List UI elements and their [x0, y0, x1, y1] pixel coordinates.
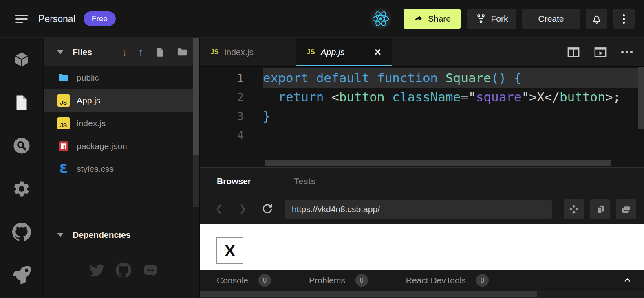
dependencies-section: Dependencies	[44, 221, 199, 248]
browser-panel-tabs: Browser Tests	[200, 168, 644, 195]
preview-settings-button[interactable]	[564, 199, 584, 219]
social-links	[44, 263, 199, 278]
activity-bar	[0, 38, 44, 298]
editor-tab-label: App.js	[321, 47, 344, 57]
code-line[interactable]: 4	[200, 126, 644, 145]
file-row[interactable]: 3 styles.css	[44, 158, 199, 180]
twitter-icon[interactable]	[90, 263, 104, 278]
kebab-icon	[623, 14, 625, 16]
browser-panel: Browser Tests https://vkd4n8.csb.app/	[200, 167, 644, 298]
console-panel-tab[interactable]: Problems 0	[309, 274, 368, 287]
browser-scrollbar-thumb[interactable]	[200, 291, 537, 297]
console-tab-label: Problems	[309, 276, 345, 285]
discord-icon[interactable]	[143, 263, 158, 278]
square-button[interactable]: X	[216, 237, 243, 264]
browser-scrollbar-track[interactable]	[200, 291, 644, 298]
explorer-file-icon[interactable]	[12, 93, 31, 112]
top-header: Personal Free Share Fork	[0, 0, 644, 38]
notifications-button[interactable]	[586, 9, 607, 29]
settings-gear-icon[interactable]	[12, 180, 31, 198]
collapse-caret-icon[interactable]	[57, 50, 64, 54]
console-panel-tab[interactable]: Console 0	[217, 274, 271, 287]
code-editor[interactable]: 1 export default function Square() { 2 r…	[200, 67, 644, 167]
workspace-name[interactable]: Personal	[38, 13, 75, 24]
files-scrollbar-track[interactable]	[193, 155, 199, 207]
open-new-window-button[interactable]	[616, 199, 636, 219]
editor-tab-actions	[567, 38, 644, 66]
code-line[interactable]: 1 export default function Square() {	[200, 68, 644, 88]
url-bar[interactable]: https://vkd4n8.csb.app/	[285, 200, 552, 219]
editor-more-icon[interactable]	[621, 51, 633, 53]
editor-vscrollbar-thumb[interactable]	[638, 67, 644, 129]
share-arrow-icon	[413, 14, 423, 24]
files-scrollbar-thumb[interactable]	[193, 38, 199, 155]
react-atom-icon	[372, 10, 390, 28]
editor-tabbar: JS index.js JS App.js ×	[200, 38, 644, 67]
forward-icon[interactable]	[238, 203, 247, 215]
count-badge: 0	[476, 274, 489, 287]
dependencies-header[interactable]: Dependencies	[44, 221, 199, 248]
more-options-button[interactable]	[613, 9, 635, 29]
file-tree: public JS App.js JS index.js package.jso…	[44, 66, 199, 180]
file-name: App.js	[77, 96, 100, 105]
code-line[interactable]: 2 return <button className="square">X</b…	[200, 88, 644, 107]
react-logo	[370, 8, 391, 29]
search-icon[interactable]	[12, 136, 31, 155]
fork-icon	[476, 13, 486, 24]
file-name: styles.css	[77, 164, 114, 174]
line-number: 3	[200, 107, 244, 126]
file-name: package.json	[77, 141, 127, 151]
refresh-icon[interactable]	[261, 203, 274, 216]
code-text: }	[263, 107, 644, 126]
collapse-caret-icon[interactable]	[57, 233, 64, 237]
editor-tab[interactable]: JS App.js ×	[296, 38, 392, 66]
responsive-mode-button[interactable]	[590, 199, 610, 219]
github-icon[interactable]	[116, 263, 131, 278]
bell-icon	[591, 13, 602, 24]
javascript-icon: JS	[307, 48, 315, 56]
line-number: 4	[200, 126, 244, 145]
browser-nav-row: https://vkd4n8.csb.app/	[200, 195, 644, 224]
editor-tab[interactable]: JS index.js	[200, 38, 296, 66]
file-row[interactable]: JS index.js	[44, 112, 199, 135]
file-row[interactable]: package.json	[44, 135, 199, 158]
editor-hscrollbar-thumb[interactable]	[265, 160, 611, 166]
download-icon[interactable]: ↓	[121, 47, 127, 58]
console-panel-tab[interactable]: React DevTools 0	[406, 274, 489, 287]
console-tab-label: Console	[217, 276, 248, 285]
code-text: export default function Square() {	[263, 68, 644, 88]
dependencies-title: Dependencies	[73, 230, 130, 240]
javascript-icon: JS	[57, 94, 70, 107]
split-view-icon[interactable]	[567, 47, 580, 57]
chevron-up-icon[interactable]	[623, 276, 632, 286]
new-folder-icon[interactable]	[176, 46, 188, 58]
url-text: https://vkd4n8.csb.app/	[292, 204, 380, 214]
new-file-icon[interactable]	[154, 46, 165, 58]
rocket-icon[interactable]	[12, 266, 31, 285]
browser-panel-tab[interactable]: Browser	[217, 176, 251, 186]
fork-button[interactable]: Fork	[467, 9, 516, 29]
sandbox-cube-icon[interactable]	[12, 50, 31, 69]
file-row[interactable]: JS App.js	[44, 89, 199, 112]
share-button[interactable]: Share	[404, 9, 461, 29]
files-panel-title: Files	[73, 47, 92, 57]
create-label: Create	[538, 14, 564, 24]
file-row[interactable]: public	[44, 66, 199, 89]
menu-icon[interactable]	[15, 15, 28, 23]
browser-preview: X	[200, 224, 644, 270]
upload-icon[interactable]: ↑	[138, 47, 144, 58]
files-panel-header[interactable]: Files ↓ ↑	[44, 38, 199, 66]
github-icon[interactable]	[12, 223, 31, 241]
count-badge: 0	[258, 274, 271, 287]
code-line[interactable]: 3 }	[200, 107, 644, 126]
create-button[interactable]: Create	[522, 9, 580, 29]
back-icon[interactable]	[214, 203, 223, 215]
line-number: 2	[200, 88, 244, 107]
folder-icon	[57, 72, 70, 84]
share-label: Share	[428, 14, 451, 24]
file-name: public	[77, 73, 99, 83]
browser-panel-tab[interactable]: Tests	[294, 176, 315, 186]
close-icon[interactable]: ×	[375, 46, 381, 58]
editor-column: JS index.js JS App.js ×	[200, 38, 644, 298]
preview-window-icon[interactable]	[594, 47, 607, 57]
